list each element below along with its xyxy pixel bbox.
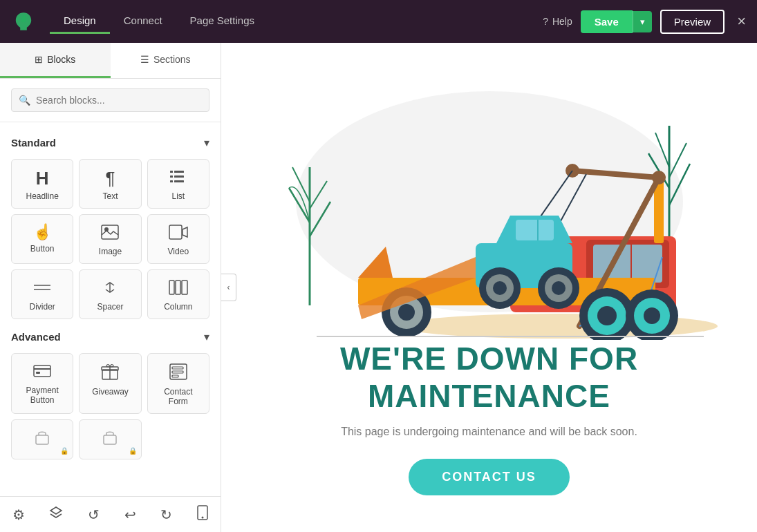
main-body: ⊞ Blocks ☰ Sections 🔍 Standard ▾ (0, 43, 757, 532)
maintenance-title: WE'RE DOWN FOR MAINTENANCE (249, 340, 729, 415)
svg-rect-20 (172, 367, 183, 369)
save-button[interactable]: Save (581, 10, 633, 33)
svg-rect-14 (34, 365, 50, 377)
top-nav: Design Connect Page Settings ? Help Save… (0, 0, 757, 43)
svg-rect-12 (176, 281, 180, 294)
block-video[interactable]: Video (147, 214, 209, 264)
sidebar: ⊞ Blocks ☰ Sections 🔍 Standard ▾ (0, 43, 221, 532)
svg-rect-5 (174, 180, 184, 182)
svg-point-64 (398, 304, 415, 321)
locked-1-icon (34, 430, 50, 448)
svg-rect-21 (172, 371, 183, 373)
list-label: List (171, 191, 185, 201)
svg-rect-3 (174, 175, 184, 178)
payment-button-label: Payment Button (17, 386, 67, 405)
bottom-toolbar: ⚙ ↺ ↩ ↻ (0, 496, 221, 532)
tab-blocks[interactable]: ⊞ Blocks (0, 43, 111, 78)
block-divider[interactable]: Divider (11, 269, 73, 319)
sidebar-collapse-button[interactable]: ‹ (221, 274, 236, 301)
settings-button[interactable]: ⚙ (7, 501, 30, 529)
tab-sections[interactable]: ☰ Sections (111, 43, 221, 78)
advanced-section-header: Advanced ▾ (11, 330, 209, 343)
svg-point-53 (652, 171, 666, 184)
undo-button[interactable]: ↩ (119, 501, 142, 529)
preview-button[interactable]: Preview (660, 10, 725, 34)
standard-section-title: Standard (11, 137, 56, 149)
svg-rect-23 (36, 435, 48, 444)
svg-rect-1 (174, 171, 184, 173)
layers-button[interactable] (44, 500, 68, 529)
text-icon: ¶ (106, 169, 115, 187)
block-headline[interactable]: H Headline (11, 159, 73, 209)
page-preview: WE'RE DOWN FOR MAINTENANCE This page is … (221, 43, 757, 532)
advanced-section-toggle[interactable]: ▾ (204, 330, 209, 343)
advanced-blocks-grid: Payment Button Giveaway (11, 353, 209, 459)
spacer-icon (100, 280, 120, 298)
standard-section-toggle[interactable]: ▾ (204, 136, 209, 149)
column-icon (169, 280, 188, 298)
help-button[interactable]: ? Help (543, 16, 572, 27)
svg-rect-4 (170, 180, 173, 182)
nav-tab-design[interactable]: Design (50, 9, 110, 34)
svg-rect-60 (516, 220, 554, 240)
contact-form-icon (169, 363, 187, 383)
text-label: Text (102, 191, 118, 201)
standard-blocks-grid: H Headline ¶ Text (11, 159, 209, 319)
block-text[interactable]: ¶ Text (79, 159, 141, 209)
search-input[interactable] (36, 95, 202, 106)
payment-button-icon (33, 363, 51, 381)
logo-icon (11, 9, 36, 34)
headline-icon: H (36, 169, 49, 187)
standard-section-header: Standard ▾ (11, 136, 209, 149)
svg-rect-16 (36, 372, 40, 374)
save-dropdown-button[interactable]: ▾ (633, 11, 652, 32)
svg-point-70 (644, 307, 660, 324)
block-locked-1[interactable]: 🔒 (11, 419, 73, 459)
mobile-button[interactable] (191, 500, 214, 529)
image-icon (101, 225, 119, 243)
svg-line-42 (669, 143, 686, 178)
column-label: Column (164, 302, 192, 312)
block-button[interactable]: ☝ Button (11, 214, 73, 264)
sidebar-content: Standard ▾ H Headline ¶ Text (0, 122, 221, 496)
lock-icon-1: 🔒 (60, 447, 68, 455)
history-button[interactable]: ↺ (82, 501, 105, 529)
video-icon (169, 225, 188, 243)
svg-rect-0 (170, 171, 173, 173)
close-button[interactable]: × (737, 12, 746, 30)
nav-tab-connect[interactable]: Connect (110, 9, 176, 34)
nav-tab-page-settings[interactable]: Page Settings (176, 9, 268, 34)
block-payment-button[interactable]: Payment Button (11, 353, 73, 414)
button-label: Button (30, 244, 55, 254)
maintenance-subtitle: This page is undergoing maintenance and … (341, 426, 637, 438)
tow-truck-illustration (247, 64, 731, 340)
search-icon: 🔍 (19, 95, 30, 106)
help-label: Help (552, 16, 572, 27)
canvas: ‹ (221, 43, 757, 532)
block-locked-2[interactable]: 🔒 (79, 419, 141, 459)
redo-button[interactable]: ↻ (155, 501, 178, 529)
svg-rect-8 (169, 225, 182, 239)
nav-right: ? Help Save ▾ Preview × (543, 10, 746, 34)
svg-rect-24 (104, 435, 116, 444)
svg-rect-22 (172, 375, 178, 377)
svg-point-73 (493, 281, 507, 295)
block-list[interactable]: List (147, 159, 209, 209)
lock-icon-2: 🔒 (129, 447, 137, 455)
block-spacer[interactable]: Spacer (79, 269, 141, 319)
block-contact-form[interactable]: Contact Form (147, 353, 209, 414)
list-icon (170, 169, 187, 187)
contact-form-label: Contact Form (153, 387, 203, 406)
maintenance-section: WE'RE DOWN FOR MAINTENANCE This page is … (221, 43, 757, 530)
image-label: Image (99, 247, 122, 256)
help-icon: ? (543, 16, 548, 27)
video-label: Video (168, 247, 189, 256)
giveaway-label: Giveaway (92, 387, 129, 397)
locked-2-icon (102, 430, 118, 448)
block-giveaway[interactable]: Giveaway (79, 353, 141, 414)
sidebar-tabs: ⊞ Blocks ☰ Sections (0, 43, 221, 79)
block-image[interactable]: Image (79, 214, 141, 264)
block-column[interactable]: Column (147, 269, 209, 319)
contact-us-button[interactable]: CONTACT US (409, 459, 570, 495)
svg-point-67 (597, 306, 617, 325)
